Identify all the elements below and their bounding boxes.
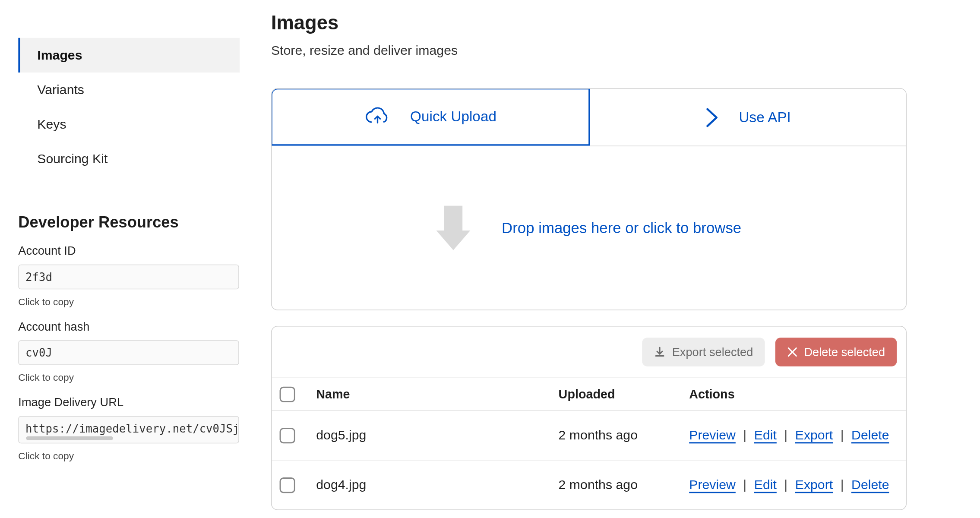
- account-hash-label: Account hash: [18, 320, 245, 334]
- separator: |: [837, 428, 848, 442]
- table-row: dog4.jpg 2 months ago Preview | Edit | E…: [272, 460, 906, 509]
- page-subtitle: Store, resize and deliver images: [271, 43, 907, 58]
- dropzone[interactable]: Drop images here or click to browse: [272, 146, 906, 310]
- main-content: Images Store, resize and deliver images …: [245, 0, 980, 518]
- upload-tabs: Quick Upload Use API: [272, 89, 906, 146]
- download-icon: [654, 346, 665, 358]
- cell-name: dog5.jpg: [316, 428, 558, 443]
- button-label: Export selected: [672, 345, 753, 359]
- sidebar-item-label: Images: [37, 47, 82, 63]
- sidebar: Images Variants Keys Sourcing Kit Develo…: [0, 0, 245, 518]
- cell-actions: Preview | Edit | Export | Delete: [689, 477, 898, 493]
- horizontal-scrollbar[interactable]: [26, 436, 113, 440]
- chevron-right-icon: [705, 106, 719, 128]
- action-preview-link[interactable]: Preview: [689, 428, 736, 442]
- sidebar-item-sourcing-kit[interactable]: Sourcing Kit: [18, 142, 240, 176]
- delivery-url-field[interactable]: https://imagedelivery.net/cv0JSjn8: [18, 416, 239, 444]
- export-selected-button[interactable]: Export selected: [642, 338, 765, 366]
- account-hash-field[interactable]: cv0J: [18, 340, 239, 365]
- delivery-url-value: https://imagedelivery.net/cv0JSjn8: [25, 422, 239, 435]
- tab-quick-upload[interactable]: Quick Upload: [271, 88, 590, 145]
- table-header-row: Name Uploaded Actions: [272, 378, 906, 411]
- delivery-url-label: Image Delivery URL: [18, 396, 245, 410]
- action-export-link[interactable]: Export: [795, 477, 833, 492]
- account-id-label: Account ID: [18, 244, 245, 258]
- download-arrow-icon: [436, 206, 471, 250]
- separator: |: [739, 477, 750, 492]
- separator: |: [837, 477, 848, 492]
- tab-use-api[interactable]: Use API: [590, 89, 906, 146]
- sidebar-item-images[interactable]: Images: [18, 38, 240, 73]
- separator: |: [780, 477, 791, 492]
- action-edit-link[interactable]: Edit: [754, 477, 777, 492]
- cloud-upload-icon: [364, 107, 391, 126]
- account-id-field[interactable]: 2f3d: [18, 265, 239, 289]
- separator: |: [739, 428, 750, 442]
- delete-selected-button[interactable]: Delete selected: [775, 338, 897, 366]
- upload-panel: Quick Upload Use API Drop images here or…: [271, 88, 907, 310]
- action-delete-link[interactable]: Delete: [851, 428, 889, 442]
- close-icon: [787, 347, 797, 357]
- account-id-copy-hint: Click to copy: [18, 296, 245, 307]
- column-header-actions: Actions: [689, 387, 898, 401]
- delivery-url-copy-hint: Click to copy: [18, 450, 245, 461]
- sidebar-item-label: Sourcing Kit: [37, 152, 107, 167]
- sidebar-item-label: Keys: [37, 117, 66, 132]
- cell-uploaded: 2 months ago: [559, 428, 689, 443]
- account-hash-copy-hint: Click to copy: [18, 372, 245, 383]
- developer-resources-heading: Developer Resources: [18, 213, 245, 231]
- tab-label: Quick Upload: [410, 108, 496, 125]
- cell-actions: Preview | Edit | Export | Delete: [689, 428, 898, 443]
- action-edit-link[interactable]: Edit: [754, 428, 777, 442]
- dropzone-text: Drop images here or click to browse: [502, 219, 741, 237]
- sidebar-item-variants[interactable]: Variants: [18, 73, 240, 107]
- cell-name: dog4.jpg: [316, 477, 558, 493]
- column-header-name: Name: [316, 387, 558, 401]
- row-checkbox[interactable]: [280, 427, 295, 443]
- table-toolbar: Export selected Delete selected: [272, 327, 906, 378]
- separator: |: [780, 428, 791, 442]
- select-all-checkbox[interactable]: [280, 386, 295, 402]
- sidebar-item-label: Variants: [37, 82, 84, 98]
- table-row: dog5.jpg 2 months ago Preview | Edit | E…: [272, 410, 906, 460]
- action-delete-link[interactable]: Delete: [851, 477, 889, 492]
- tab-label: Use API: [739, 109, 791, 126]
- images-table-panel: Export selected Delete selected Name Upl…: [271, 326, 907, 510]
- cell-uploaded: 2 months ago: [559, 477, 689, 493]
- row-checkbox[interactable]: [280, 477, 295, 493]
- account-hash-value: cv0J: [25, 346, 52, 359]
- action-preview-link[interactable]: Preview: [689, 477, 736, 492]
- account-id-value: 2f3d: [25, 270, 52, 283]
- page-title: Images: [271, 12, 907, 34]
- sidebar-item-keys[interactable]: Keys: [18, 107, 240, 142]
- column-header-uploaded: Uploaded: [559, 387, 689, 401]
- action-export-link[interactable]: Export: [795, 428, 833, 442]
- button-label: Delete selected: [804, 345, 885, 359]
